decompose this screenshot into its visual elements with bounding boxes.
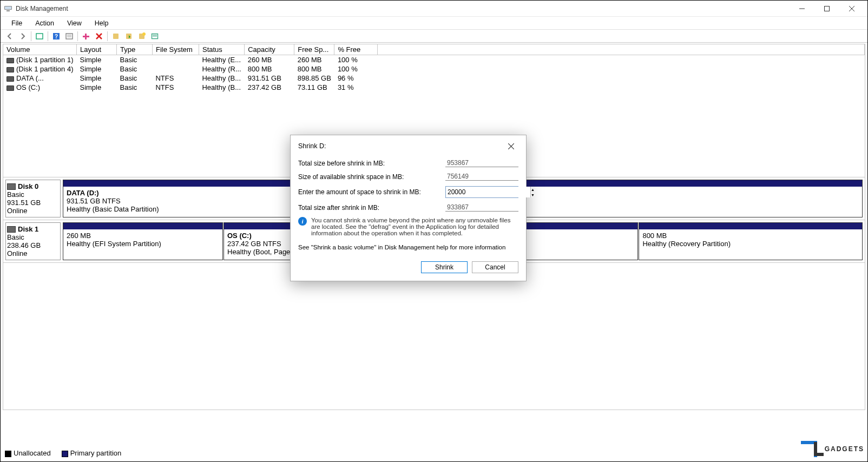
value-total-after: 933867 [445,203,518,212]
dialog-close-button[interactable] [503,141,518,151]
label-enter-amount: Enter the amount of space to shrink in M… [298,188,441,196]
shrink-dialog: Shrink D: Total size before shrink in MB… [290,135,527,281]
modal-overlay: Shrink D: Total size before shrink in MB… [1,1,867,461]
spin-down-button[interactable]: ▼ [531,192,535,197]
value-total-before: 953867 [445,159,518,167]
dialog-titlebar: Shrink D: [291,135,526,156]
dialog-help-text: See "Shrink a basic volume" in Disk Mana… [298,244,518,250]
cancel-button[interactable]: Cancel [472,261,518,273]
dialog-info-text: You cannot shrink a volume beyond the po… [311,217,518,236]
shrink-button[interactable]: Shrink [421,261,468,273]
value-available: 756149 [445,173,518,181]
dialog-title: Shrink D: [298,142,503,150]
label-total-before: Total size before shrink in MB: [298,160,441,167]
shrink-amount-spinner[interactable]: ▲ ▼ [445,186,518,198]
label-available: Size of available shrink space in MB: [298,173,441,181]
label-total-after: Total size after shrink in MB: [298,204,441,212]
spin-up-button[interactable]: ▲ [531,187,535,192]
shrink-amount-input[interactable] [446,187,530,197]
info-icon: i [298,217,307,226]
